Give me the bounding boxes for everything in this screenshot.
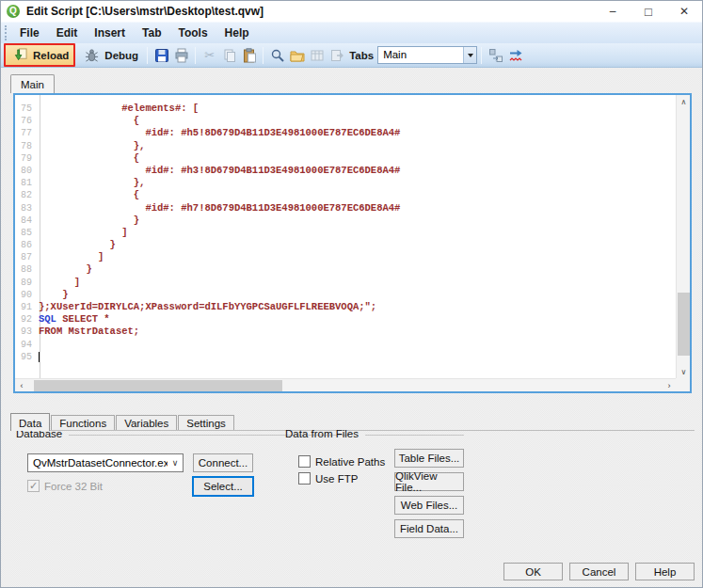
code-line[interactable]: 91};XUserId=DIRYLCA;XPassword=dILFbYYGPC… — [15, 301, 675, 313]
code-line[interactable]: 82 { — [15, 189, 675, 201]
checkbox-box-icon — [298, 455, 311, 468]
code-line[interactable]: 88 } — [15, 263, 675, 276]
files-group-header: Data from Files — [285, 428, 464, 439]
line-number: 77 — [15, 127, 36, 139]
maximize-button[interactable]: □ — [631, 1, 666, 22]
caret-down-icon — [468, 54, 473, 57]
debug-button[interactable]: Debug — [77, 45, 143, 65]
code-text: } — [39, 239, 116, 251]
checkbox-label: Relative Paths — [315, 456, 385, 468]
line-number: 94 — [15, 339, 36, 351]
toolbar-separator — [263, 47, 264, 64]
code-line[interactable]: 79 { — [15, 152, 675, 165]
code-text: };XUserId=DIRYLCA;XPassword=dILFbYYGPCSa… — [39, 301, 376, 313]
cut-icon: ✂ — [201, 47, 217, 63]
reload-button[interactable]: Reload — [4, 43, 75, 67]
menu-item-tab[interactable]: Tab — [134, 24, 169, 42]
print-icon[interactable] — [173, 47, 189, 63]
code-line[interactable]: 92SQL SELECT * — [15, 313, 675, 326]
text-caret — [39, 352, 40, 362]
table-view-icon — [309, 47, 325, 63]
paste-icon[interactable] — [241, 47, 257, 63]
code-line[interactable]: 86 } — [15, 239, 675, 251]
line-number: 88 — [15, 263, 36, 276]
line-number: 84 — [15, 215, 36, 227]
toolbar-grip — [5, 25, 8, 40]
cancel-button[interactable]: Cancel — [569, 563, 629, 580]
code-line[interactable]: 95 — [15, 351, 675, 363]
code-line[interactable]: 93FROM MstrDataset; — [15, 326, 675, 338]
code-line[interactable]: 84 } — [15, 215, 675, 227]
window-controls: – □ ✕ — [595, 1, 702, 22]
code-text: #id#: #h3!8D679D4B11D3E4981000E787EC6DE8… — [39, 165, 400, 177]
horizontal-scroll-thumb[interactable] — [34, 380, 282, 391]
move-boxes-icon[interactable] — [487, 47, 503, 63]
scroll-up-icon[interactable]: ∧ — [677, 95, 691, 108]
code-text: #id#: #h7!8D679D4B11D3E4981000E787EC6DE8… — [39, 202, 400, 215]
minimize-button[interactable]: – — [595, 1, 631, 22]
script-tab-main[interactable]: Main — [10, 74, 55, 93]
select-button[interactable]: Select... — [192, 476, 254, 497]
field-data-button[interactable]: Field Data... — [394, 519, 464, 538]
save-icon[interactable] — [153, 47, 169, 63]
menu-item-tools[interactable]: Tools — [169, 24, 216, 42]
toolbar-separator — [147, 47, 148, 64]
code-line[interactable]: 87 ] — [15, 251, 675, 263]
arrow-squiggle-icon[interactable] — [507, 47, 523, 63]
horizontal-scrollbar[interactable]: ‹ › — [15, 378, 676, 391]
ok-button[interactable]: OK — [503, 563, 563, 580]
force-32-bit-label: Force 32 Bit — [44, 481, 103, 492]
line-number: 86 — [15, 239, 36, 251]
use-ftp-checkbox[interactable]: Use FTP — [298, 472, 358, 485]
code-line[interactable]: 75 #elements#: [ — [15, 103, 675, 115]
menu-bar: FileEditInsertTabToolsHelp — [1, 22, 702, 43]
tabs-label: Tabs — [349, 50, 374, 61]
menu-item-help[interactable]: Help — [216, 24, 258, 42]
tab-selector-combobox[interactable]: Main — [377, 46, 477, 64]
script-editor[interactable]: 75 #elements#: [76 {77 #id#: #h5!8D679D4… — [13, 93, 692, 393]
code-text — [39, 351, 40, 363]
code-line[interactable]: 90 } — [15, 289, 675, 301]
tab-data[interactable]: Data — [10, 413, 50, 431]
code-line[interactable]: 76 { — [15, 115, 675, 127]
scroll-right-icon[interactable]: › — [663, 379, 676, 392]
table-files-button[interactable]: Table Files... — [394, 449, 464, 468]
line-number: 75 — [15, 103, 36, 115]
chevron-down-icon: ∨ — [168, 458, 183, 468]
code-line[interactable]: 83 #id#: #h7!8D679D4B11D3E4981000E787EC6… — [15, 202, 675, 215]
menu-item-edit[interactable]: Edit — [48, 24, 87, 42]
help-button[interactable]: Help — [635, 563, 695, 580]
code-text: FROM MstrDataset; — [39, 326, 139, 338]
find-icon[interactable] — [269, 47, 285, 63]
export-icon — [328, 47, 344, 63]
qlikview-file-button[interactable]: QlikView File... — [394, 472, 464, 491]
database-connector-combobox[interactable]: QvMstrDatasetConnector.exe (3 ∨ — [27, 453, 184, 472]
menu-item-insert[interactable]: Insert — [86, 24, 134, 42]
vertical-scroll-thumb[interactable] — [678, 293, 690, 356]
code-line[interactable]: 81 }, — [15, 177, 675, 189]
debug-label: Debug — [104, 50, 138, 61]
close-button[interactable]: ✕ — [666, 1, 702, 22]
vertical-scrollbar[interactable]: ∧ ∨ — [676, 95, 690, 378]
scroll-down-icon[interactable]: ∨ — [677, 365, 691, 378]
title-bar: Q Edit Script [C:\Users\mstr\Desktop\tes… — [1, 1, 702, 22]
web-files-button[interactable]: Web Files... — [394, 496, 464, 515]
open-folder-icon[interactable] — [289, 47, 305, 63]
code-text: ] — [39, 251, 104, 263]
relative-paths-checkbox[interactable]: Relative Paths — [298, 455, 385, 468]
menu-item-file[interactable]: File — [11, 24, 48, 42]
code-line[interactable]: 85 ] — [15, 227, 675, 239]
code-line[interactable]: 77 #id#: #h5!8D679D4B11D3E4981000E787EC6… — [15, 127, 675, 139]
combobox-dropdown-button[interactable] — [463, 47, 476, 63]
line-number: 90 — [15, 289, 36, 301]
force-32-bit-checkbox[interactable]: ✓ Force 32 Bit — [27, 480, 103, 492]
connect-button[interactable]: Connect... — [193, 453, 253, 472]
line-number: 87 — [15, 251, 36, 263]
code-line[interactable]: 89 ] — [15, 277, 675, 289]
qlikview-logo-icon: Q — [7, 5, 20, 18]
code-line[interactable]: 78 }, — [15, 140, 675, 152]
scroll-left-icon[interactable]: ‹ — [15, 379, 28, 392]
code-line[interactable]: 80 #id#: #h3!8D679D4B11D3E4981000E787EC6… — [15, 165, 675, 177]
code-line[interactable]: 94 — [15, 339, 675, 351]
code-text: }, — [39, 140, 145, 152]
